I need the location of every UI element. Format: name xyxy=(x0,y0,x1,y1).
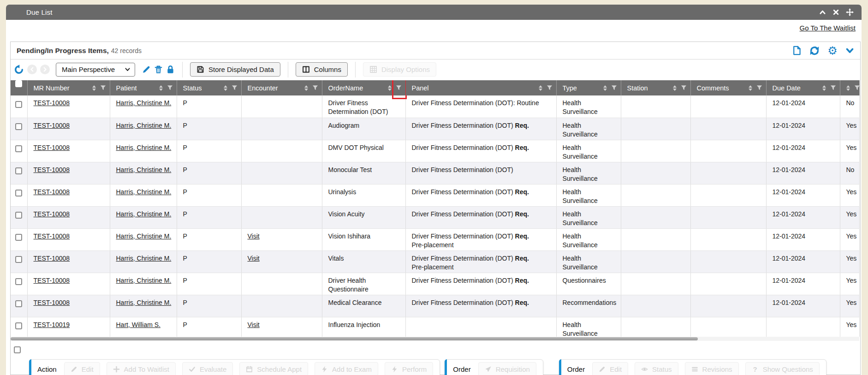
patient-link[interactable]: Harris, Christine M. xyxy=(116,210,172,218)
filter-icon[interactable] xyxy=(312,85,318,91)
pencil-icon[interactable] xyxy=(142,65,151,74)
chevron-up-icon[interactable] xyxy=(819,9,826,16)
move-icon[interactable] xyxy=(846,8,854,16)
column-header-type[interactable]: Type xyxy=(556,80,621,95)
mr-number-link[interactable]: TEST-10008 xyxy=(34,277,70,284)
row-checkbox[interactable] xyxy=(15,123,22,130)
column-header-encounter[interactable]: Encounter xyxy=(241,80,322,95)
row-checkbox[interactable] xyxy=(15,278,22,285)
sort-icon[interactable] xyxy=(539,85,542,91)
column-header-panel[interactable]: Panel xyxy=(405,80,556,95)
action-card-label: Action xyxy=(37,365,57,373)
row-checkbox[interactable] xyxy=(15,322,22,329)
filter-icon[interactable] xyxy=(167,85,173,91)
sort-icon[interactable] xyxy=(159,85,163,91)
column-header-due-date[interactable]: Due Date xyxy=(766,80,840,95)
column-header-station[interactable]: Station xyxy=(621,80,690,95)
column-header-mr-number[interactable]: MR Number xyxy=(27,80,110,95)
filter-icon[interactable] xyxy=(547,85,553,91)
mr-number-link[interactable]: TEST-10008 xyxy=(34,99,70,107)
calendar-icon xyxy=(246,366,253,373)
patient-link[interactable]: Hart, William S. xyxy=(116,321,161,328)
patient-link[interactable]: Harris, Christine M. xyxy=(116,122,172,129)
panel-cell: Driver Fitness Determination (DOT) Req. xyxy=(405,295,556,317)
mr-number-link[interactable]: TEST-10019 xyxy=(34,321,70,328)
mr-number-link[interactable]: TEST-10008 xyxy=(34,122,70,129)
column-header-status[interactable]: Status xyxy=(177,80,241,95)
gear-icon[interactable]: ⚙ xyxy=(827,46,838,56)
undo-icon[interactable] xyxy=(14,65,24,75)
scrollbar-thumb[interactable] xyxy=(11,337,698,340)
filter-icon[interactable] xyxy=(232,85,238,91)
filter-icon[interactable] xyxy=(611,85,617,91)
encounter-link[interactable]: Visit xyxy=(248,255,260,262)
mr-number-link[interactable]: TEST-10008 xyxy=(34,255,70,262)
patient-link[interactable]: Harris, Christine M. xyxy=(116,299,172,306)
type-cell: Health Surveillance xyxy=(556,118,621,140)
filter-icon-highlighted[interactable] xyxy=(396,85,402,91)
trash-icon[interactable] xyxy=(154,65,163,74)
mr-number-link[interactable]: TEST-10008 xyxy=(34,144,70,151)
select-all-checkbox[interactable] xyxy=(15,80,22,87)
column-header-req[interactable]: Req xyxy=(840,80,859,95)
due-date-cell: 12-01-2024 xyxy=(766,228,840,250)
filter-icon[interactable] xyxy=(756,85,762,91)
column-header-patient[interactable]: Patient xyxy=(110,80,177,95)
comments-cell xyxy=(690,295,766,317)
column-header-comments[interactable]: Comments xyxy=(690,80,766,95)
filter-icon[interactable] xyxy=(681,85,687,91)
patient-link[interactable]: Harris, Christine M. xyxy=(116,99,172,107)
sort-icon[interactable] xyxy=(822,85,826,91)
comments-cell xyxy=(690,206,766,228)
chevron-down-icon[interactable] xyxy=(845,46,854,55)
row-checkbox[interactable] xyxy=(15,190,22,196)
sort-icon[interactable] xyxy=(224,85,227,91)
sort-icon[interactable] xyxy=(388,85,392,91)
lock-icon[interactable] xyxy=(166,65,175,74)
select-all-checkbox-bottom[interactable] xyxy=(14,346,21,353)
patient-link[interactable]: Harris, Christine M. xyxy=(116,255,172,262)
column-header-ordername[interactable]: OrderName xyxy=(322,80,405,95)
go-to-waitlist-link[interactable]: Go To The Waitlist xyxy=(800,24,856,32)
refresh-icon[interactable] xyxy=(809,46,820,56)
patient-cell: Hart, William S. xyxy=(110,317,177,337)
required-cell: Yes xyxy=(840,184,859,206)
sort-icon[interactable] xyxy=(846,85,850,91)
table-row: TEST-10008Harris, Christine M.PDMV DOT P… xyxy=(11,140,859,162)
encounter-link[interactable]: Visit xyxy=(248,321,260,328)
encounter-cell: Visit xyxy=(241,250,322,273)
store-displayed-data-button[interactable]: Store Displayed Data xyxy=(190,62,280,77)
mr-number-link[interactable]: TEST-10008 xyxy=(34,188,70,196)
patient-link[interactable]: Harris, Christine M. xyxy=(116,144,172,151)
sort-icon[interactable] xyxy=(603,85,607,91)
mr-number-link[interactable]: TEST-10008 xyxy=(34,232,70,240)
patient-link[interactable]: Harris, Christine M. xyxy=(116,166,172,173)
row-checkbox[interactable] xyxy=(15,212,22,219)
row-checkbox[interactable] xyxy=(15,234,22,241)
table-row: TEST-10008Harris, Christine M.PUrinalysi… xyxy=(11,184,859,206)
mr-number-link[interactable]: TEST-10008 xyxy=(34,210,70,218)
filter-icon[interactable] xyxy=(830,85,836,91)
row-checkbox[interactable] xyxy=(15,145,22,152)
filter-icon[interactable] xyxy=(854,85,860,91)
sort-icon[interactable] xyxy=(749,85,752,91)
patient-link[interactable]: Harris, Christine M. xyxy=(116,232,172,240)
sort-icon[interactable] xyxy=(673,85,677,91)
document-icon[interactable] xyxy=(792,46,802,55)
mr-number-link[interactable]: TEST-10008 xyxy=(34,299,70,306)
row-checkbox[interactable] xyxy=(15,256,22,263)
row-checkbox[interactable] xyxy=(15,101,22,108)
filter-icon[interactable] xyxy=(100,85,106,91)
station-cell xyxy=(621,228,690,250)
sort-icon[interactable] xyxy=(92,85,96,91)
patient-link[interactable]: Harris, Christine M. xyxy=(116,277,172,284)
close-icon[interactable] xyxy=(832,9,839,16)
columns-button[interactable]: Columns xyxy=(296,62,348,77)
perspective-select[interactable]: Main Perspective xyxy=(56,63,135,77)
row-checkbox[interactable] xyxy=(15,167,22,174)
patient-link[interactable]: Harris, Christine M. xyxy=(116,188,172,196)
sort-icon[interactable] xyxy=(304,85,308,91)
mr-number-link[interactable]: TEST-10008 xyxy=(34,166,70,173)
encounter-link[interactable]: Visit xyxy=(248,232,260,240)
row-checkbox[interactable] xyxy=(15,300,22,307)
